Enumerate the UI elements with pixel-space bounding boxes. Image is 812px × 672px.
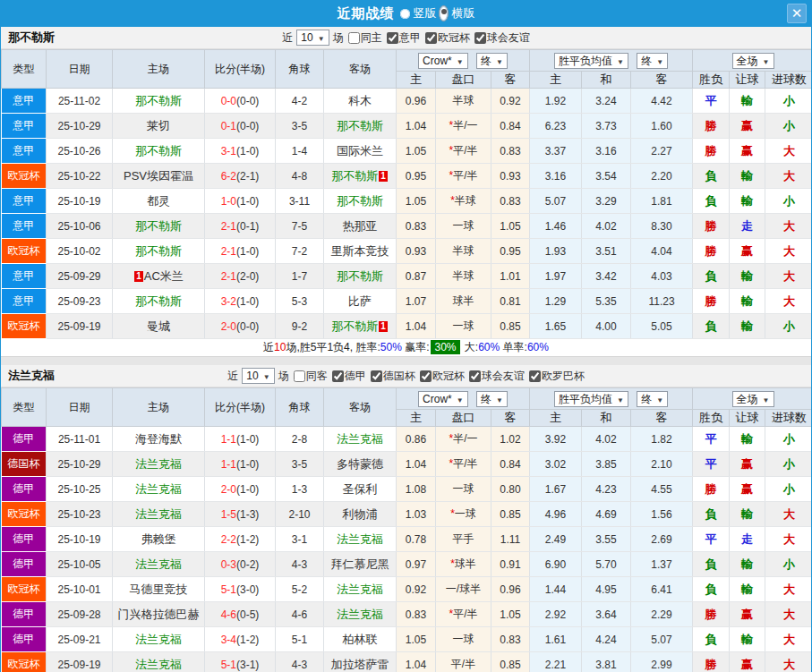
team-link[interactable]: 多特蒙德 xyxy=(337,457,383,471)
match-score[interactable]: 2-0(1-0) xyxy=(205,477,276,502)
away-team[interactable]: 利物浦 xyxy=(324,502,397,527)
team-link[interactable]: 法兰克福 xyxy=(135,633,182,646)
match-score[interactable]: 2-1(2-0) xyxy=(205,264,276,289)
home-team[interactable]: 那不勒斯 xyxy=(113,89,205,114)
away-team[interactable]: 里斯本竞技 xyxy=(324,239,397,264)
match-score[interactable]: 2-1(1-0) xyxy=(205,239,276,264)
team-link[interactable]: 科木 xyxy=(348,94,372,107)
team-link[interactable]: 那不勒斯 xyxy=(337,119,383,132)
team-link[interactable]: 那不勒斯 xyxy=(135,94,182,107)
team-link[interactable]: 法兰克福 xyxy=(337,583,383,596)
team-link[interactable]: 里斯本竞技 xyxy=(331,244,389,258)
away-team[interactable]: 法兰克福 xyxy=(324,527,397,552)
team-link[interactable]: 加拉塔萨雷 xyxy=(331,658,389,671)
layout-radio-horizontal[interactable] xyxy=(439,5,449,21)
team-link[interactable]: 法兰克福 xyxy=(135,658,182,671)
away-team[interactable]: 国际米兰 xyxy=(324,139,397,164)
match-score[interactable]: 2-0(0-0) xyxy=(205,314,276,339)
team-link[interactable]: 那不勒斯 xyxy=(331,169,378,183)
home-team[interactable]: 法兰克福 xyxy=(113,552,205,577)
same-venue-checkbox[interactable] xyxy=(294,370,305,382)
match-score[interactable]: 1-0(1-0) xyxy=(205,189,276,214)
bookmaker-select[interactable]: Crow*▼ xyxy=(418,391,468,407)
team-link[interactable]: 拜仁慕尼黑 xyxy=(331,557,389,571)
away-team[interactable]: 法兰克福 xyxy=(324,602,397,627)
team-link[interactable]: 圣保利 xyxy=(343,482,378,496)
team-link[interactable]: 法兰克福 xyxy=(135,482,182,496)
odds-stage-select[interactable]: 终▼ xyxy=(476,53,508,69)
euro-stage-select[interactable]: 终▼ xyxy=(637,53,668,69)
home-team[interactable]: 那不勒斯 xyxy=(113,139,205,164)
euro-stage-select[interactable]: 终▼ xyxy=(637,391,668,407)
away-team[interactable]: 那不勒斯1 xyxy=(324,314,397,339)
team-link[interactable]: 门兴格拉德巴赫 xyxy=(118,608,200,621)
league-filter-checkbox-2[interactable] xyxy=(474,32,486,44)
league-filter-checkbox-1[interactable] xyxy=(425,32,437,44)
avg-odds-select[interactable]: 胜平负均值▼ xyxy=(554,53,628,69)
same-venue-checkbox[interactable] xyxy=(348,32,360,44)
close-button[interactable]: ✕ xyxy=(787,4,807,23)
match-score[interactable]: 3-1(1-0) xyxy=(205,139,276,164)
home-team[interactable]: PSV埃因霍温 xyxy=(113,164,205,189)
scope-select[interactable]: 全场▼ xyxy=(732,391,774,407)
team-link[interactable]: 利物浦 xyxy=(343,507,378,521)
away-team[interactable]: 多特蒙德 xyxy=(324,452,397,477)
team-link[interactable]: 那不勒斯 xyxy=(337,194,383,208)
home-team[interactable]: 法兰克福 xyxy=(113,502,205,527)
team-link[interactable]: 莱切 xyxy=(147,119,170,132)
home-team[interactable]: 马德里竞技 xyxy=(113,577,205,602)
match-score[interactable]: 3-4(1-2) xyxy=(205,627,276,652)
match-score[interactable]: 0-3(0-2) xyxy=(205,552,276,577)
match-score[interactable]: 2-1(0-1) xyxy=(205,214,276,239)
home-team[interactable]: 那不勒斯 xyxy=(113,214,205,239)
team-link[interactable]: 那不勒斯 xyxy=(337,269,383,283)
match-score[interactable]: 5-1(3-1) xyxy=(205,652,276,672)
match-score[interactable]: 3-2(1-0) xyxy=(205,289,276,314)
home-team[interactable]: 法兰克福 xyxy=(113,652,205,672)
team-link[interactable]: 那不勒斯 xyxy=(135,144,182,157)
away-team[interactable]: 法兰克福 xyxy=(324,577,397,602)
team-link[interactable]: 那不勒斯 xyxy=(135,244,182,258)
home-team[interactable]: 都灵 xyxy=(113,189,205,214)
home-team[interactable]: 海登海默 xyxy=(113,427,205,452)
team-link[interactable]: 海登海默 xyxy=(135,432,182,446)
home-team[interactable]: 弗赖堡 xyxy=(113,527,205,552)
away-team[interactable]: 那不勒斯 xyxy=(324,189,397,214)
team-link[interactable]: 马德里竞技 xyxy=(130,583,188,596)
team-link[interactable]: AC米兰 xyxy=(144,269,184,283)
match-score[interactable]: 0-0(0-0) xyxy=(205,89,276,114)
team-link[interactable]: 那不勒斯 xyxy=(331,319,378,333)
away-team[interactable]: 拜仁慕尼黑 xyxy=(324,552,397,577)
odds-stage-select[interactable]: 终▼ xyxy=(476,391,508,407)
away-team[interactable]: 那不勒斯1 xyxy=(324,164,397,189)
team-link[interactable]: 法兰克福 xyxy=(135,507,182,521)
team-link[interactable]: 国际米兰 xyxy=(337,144,383,157)
match-score[interactable]: 1-5(1-3) xyxy=(205,502,276,527)
home-team[interactable]: 1AC米兰 xyxy=(113,264,205,289)
team-link[interactable]: 曼城 xyxy=(147,319,170,333)
away-team[interactable]: 那不勒斯 xyxy=(324,264,397,289)
layout-horizontal-label[interactable]: 横版 xyxy=(452,5,475,21)
team-link[interactable]: PSV埃因霍温 xyxy=(124,169,193,183)
home-team[interactable]: 那不勒斯 xyxy=(113,239,205,264)
league-filter-checkbox-0[interactable] xyxy=(387,32,398,44)
home-team[interactable]: 莱切 xyxy=(113,114,205,139)
away-team[interactable]: 柏林联 xyxy=(324,627,397,652)
avg-odds-select[interactable]: 胜平负均值▼ xyxy=(554,391,628,407)
layout-radio-vertical[interactable] xyxy=(400,9,410,19)
team-link[interactable]: 比萨 xyxy=(348,294,372,308)
team-link[interactable]: 都灵 xyxy=(147,194,170,208)
match-score[interactable]: 1-1(1-0) xyxy=(205,452,276,477)
away-team[interactable]: 圣保利 xyxy=(324,477,397,502)
league-filter-checkbox-1[interactable] xyxy=(371,370,382,382)
bookmaker-select[interactable]: Crow*▼ xyxy=(418,53,468,69)
away-team[interactable]: 加拉塔萨雷 xyxy=(324,652,397,672)
league-filter-checkbox-3[interactable] xyxy=(469,370,481,382)
home-team[interactable]: 那不勒斯 xyxy=(113,289,205,314)
home-team[interactable]: 门兴格拉德巴赫 xyxy=(113,602,205,627)
match-score[interactable]: 6-2(2-1) xyxy=(205,164,276,189)
away-team[interactable]: 科木 xyxy=(324,89,397,114)
away-team[interactable]: 那不勒斯 xyxy=(324,114,397,139)
recent-count-select[interactable]: 10▼ xyxy=(296,30,329,46)
away-team[interactable]: 比萨 xyxy=(324,289,397,314)
